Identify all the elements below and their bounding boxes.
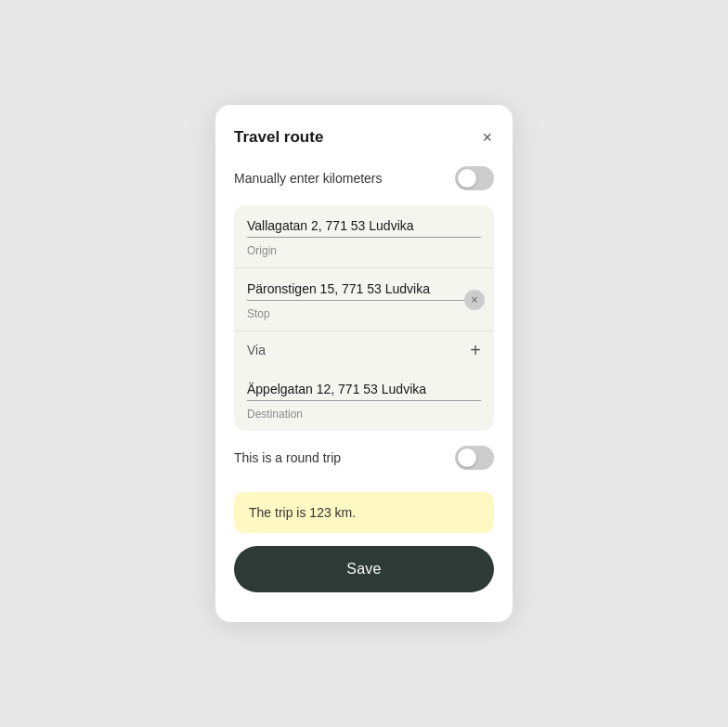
manually-toggle[interactable] (455, 166, 494, 190)
add-via-button[interactable]: + (470, 341, 481, 359)
modal-header: Travel route × (234, 127, 494, 148)
origin-label: Origin (247, 244, 277, 257)
manually-toggle-row: Manually enter kilometers (234, 166, 494, 190)
round-trip-label: This is a round trip (234, 450, 341, 465)
manually-toggle-label: Manually enter kilometers (234, 171, 383, 186)
stop-label: Stop (247, 307, 270, 320)
save-button[interactable]: Save (234, 546, 494, 592)
round-trip-toggle[interactable] (455, 446, 494, 470)
trip-info-text: The trip is 123 km. (249, 505, 356, 520)
round-trip-toggle-track (455, 446, 494, 470)
via-row: Via + (234, 331, 494, 369)
manually-toggle-track (455, 166, 494, 190)
travel-route-modal: Travel route × Manually enter kilometers… (215, 105, 513, 622)
stop-field[interactable]: Päronstigen 15, 771 53 Ludvika Stop × (234, 267, 494, 331)
destination-label: Destination (247, 408, 303, 421)
stop-clear-button[interactable]: × (464, 290, 485, 310)
modal-title: Travel route (234, 128, 323, 147)
destination-value: Äppelgatan 12, 771 53 Ludvika (247, 382, 481, 401)
route-card: Vallagatan 2, 771 53 Ludvika Origin Päro… (234, 205, 494, 431)
clear-icon: × (471, 293, 478, 305)
close-button[interactable]: × (480, 127, 494, 148)
destination-field[interactable]: Äppelgatan 12, 771 53 Ludvika Destinatio… (234, 369, 494, 431)
stop-value: Päronstigen 15, 771 53 Ludvika (247, 281, 481, 301)
round-trip-toggle-thumb (458, 448, 476, 467)
origin-value: Vallagatan 2, 771 53 Ludvika (247, 218, 481, 238)
round-trip-row: This is a round trip (234, 446, 494, 470)
trip-info-banner: The trip is 123 km. (234, 492, 494, 533)
origin-field[interactable]: Vallagatan 2, 771 53 Ludvika Origin (234, 205, 494, 267)
via-label: Via (247, 343, 266, 357)
manually-toggle-thumb (458, 169, 476, 188)
